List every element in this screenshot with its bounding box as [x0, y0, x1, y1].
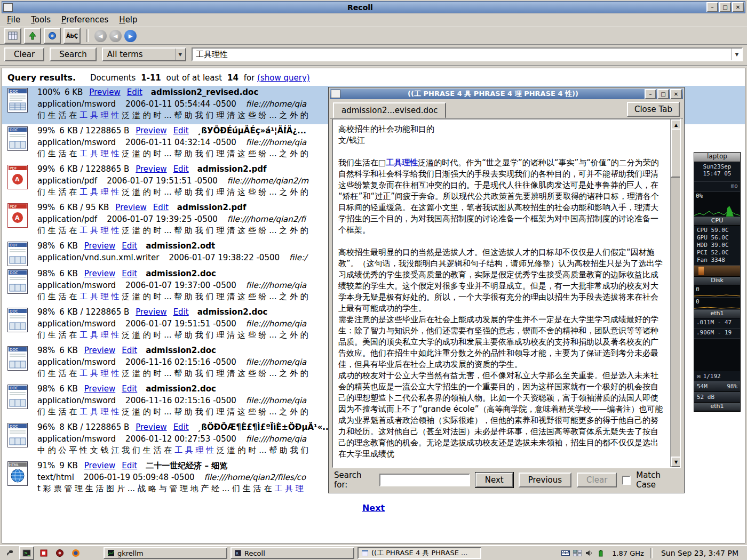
gkrellm-clock: Sun23Sep 15:47 05: [694, 162, 740, 182]
taskbar-button-recoll[interactable]: R Recoll: [231, 547, 354, 559]
terminal-icon[interactable]: >_: [19, 546, 34, 560]
doc-url: file:///home/qian2/fi: [227, 214, 306, 224]
net-rx-value: .011M - 47: [694, 318, 740, 329]
chevron-down-icon[interactable]: ▼: [175, 49, 185, 60]
term-explorer-icon[interactable]: [44, 28, 61, 44]
power-icon[interactable]: [596, 548, 606, 558]
doc-url: file:///home/qia: [246, 319, 307, 329]
doc-date: 2006-11-16 02:15:16 -0500: [125, 396, 236, 405]
preview-scrollbar[interactable]: ▲ ▼: [670, 119, 680, 467]
preview-link[interactable]: Preview: [136, 126, 166, 135]
sort-parameters-icon[interactable]: [24, 28, 41, 44]
edit-link[interactable]: Edit: [173, 126, 189, 135]
preview-link[interactable]: Preview: [136, 307, 166, 317]
preview-link[interactable]: Preview: [136, 164, 166, 174]
html-icon: HTML: [7, 461, 29, 498]
keyboard-layout-icon[interactable]: [561, 548, 570, 558]
pager-icon[interactable]: [573, 548, 582, 558]
search-row: Clear Search All terms ▼ ▼: [4, 47, 743, 62]
scrollbar-thumb[interactable]: [671, 129, 681, 178]
edit-link[interactable]: Edit: [122, 241, 137, 251]
menu-tools[interactable]: Tools: [26, 14, 55, 25]
menu-help[interactable]: Help: [114, 14, 142, 25]
query-history-chevron-icon[interactable]: ▼: [732, 49, 742, 60]
tool-icon[interactable]: [3, 547, 16, 559]
relevance-percent: 99%: [37, 164, 55, 174]
mime-type: application/msword: [37, 281, 116, 290]
preview-minimize-button[interactable]: –: [645, 89, 656, 99]
next-page-link[interactable]: Next: [362, 503, 385, 513]
preview-close-button[interactable]: ✕: [670, 89, 682, 99]
preview-link[interactable]: Preview: [136, 422, 166, 432]
find-clear-button[interactable]: Clear: [577, 473, 617, 487]
preview-maximize-button[interactable]: □: [657, 89, 669, 99]
edit-link[interactable]: Edit: [122, 346, 137, 355]
scroll-down-icon[interactable]: ▼: [671, 457, 681, 467]
search-mode-select[interactable]: All terms ▼: [102, 47, 186, 61]
preview-link[interactable]: Preview: [89, 87, 120, 97]
preview-link[interactable]: Preview: [84, 269, 115, 278]
edit-link[interactable]: Edit: [173, 307, 189, 317]
battery-panel: 52 dB: [694, 392, 740, 403]
menu-preferences[interactable]: Preferences: [57, 14, 113, 25]
doc-url: file:/: [289, 253, 307, 262]
edit-link[interactable]: Edit: [153, 203, 169, 212]
results-total: 14: [227, 73, 239, 83]
edit-link[interactable]: Edit: [173, 164, 189, 174]
preview-link[interactable]: Preview: [84, 346, 115, 355]
preview-find-bar: Search for: Next Previous Clear Match Ca…: [332, 470, 681, 490]
clear-button[interactable]: Clear: [4, 47, 44, 61]
find-input[interactable]: [379, 474, 470, 486]
svg-text:HTML: HTML: [9, 463, 19, 467]
document-history-icon[interactable]: [4, 28, 21, 44]
edit-link[interactable]: Edit: [173, 422, 189, 432]
edit-link[interactable]: Edit: [127, 87, 142, 97]
main-titlebar: Recoll – □ ✕: [2, 1, 745, 13]
mime-type: application/pdf: [37, 214, 97, 224]
previous-page-icon[interactable]: ◀: [109, 30, 122, 42]
next-page-icon[interactable]: ▶: [124, 30, 137, 42]
maximize-button[interactable]: □: [719, 2, 731, 12]
match-case-checkbox[interactable]: [622, 476, 631, 485]
preview-text-area[interactable]: 高校招生的社会功能和目的 文/钱江 我们生活在□工具理性泛滥的时代。作为“世之显…: [332, 118, 681, 468]
result-title: admission2.doc: [146, 384, 216, 394]
relevance-percent: 98%: [37, 269, 55, 278]
taskbar-button-preview[interactable]: ((工 PHRASE 4 具 PHRASE ...: [357, 547, 481, 559]
relevance-percent: 98%: [37, 346, 55, 355]
svg-text:A: A: [15, 214, 20, 221]
taskbar-button-gkrellm[interactable]: gkrellm: [104, 547, 227, 559]
close-tab-button[interactable]: Close Tab: [627, 102, 680, 117]
find-previous-button[interactable]: Previous: [519, 473, 571, 487]
volume-icon[interactable]: [584, 548, 594, 558]
show-query-link[interactable]: (show query): [257, 73, 310, 83]
svg-text:DOC: DOC: [10, 425, 18, 429]
spell-expand-icon[interactable]: ÂbÇ: [63, 28, 81, 44]
search-button[interactable]: Search: [50, 47, 97, 61]
svg-text:DOC: DOC: [10, 128, 18, 132]
close-button[interactable]: ✕: [732, 2, 744, 12]
doc-url: file:///home/qia: [246, 434, 307, 444]
preview-link[interactable]: Preview: [84, 384, 115, 394]
first-page-icon[interactable]: ◀: [94, 30, 107, 42]
minimize-button[interactable]: –: [706, 2, 718, 12]
edit-link[interactable]: Edit: [122, 384, 137, 394]
preview-link[interactable]: Preview: [84, 241, 115, 251]
net-tx-value: .906M - 19: [694, 329, 740, 339]
menu-file[interactable]: File: [2, 14, 25, 25]
red-app-icon[interactable]: [37, 547, 50, 559]
edit-link[interactable]: Edit: [122, 461, 137, 470]
tray-separator: [650, 548, 653, 558]
edit-link[interactable]: Edit: [122, 269, 137, 278]
preview-link[interactable]: Preview: [115, 203, 146, 212]
relevance-percent: 98%: [37, 307, 55, 317]
darkred-app-icon[interactable]: [53, 547, 66, 559]
preview-link[interactable]: Preview: [84, 461, 115, 470]
preview-tab[interactable]: admission2...evised.doc: [333, 102, 446, 118]
doc-date: 2006-01-12 00:27:53 -0500: [125, 434, 236, 444]
search-input[interactable]: [193, 50, 732, 59]
svg-text:A: A: [15, 176, 20, 183]
firefox-icon[interactable]: [69, 547, 82, 559]
find-next-button[interactable]: Next: [475, 473, 513, 487]
taskbar-clock[interactable]: Sun Sep 23, 3:47 PM: [661, 549, 738, 557]
toolbar-separator: [86, 29, 89, 42]
